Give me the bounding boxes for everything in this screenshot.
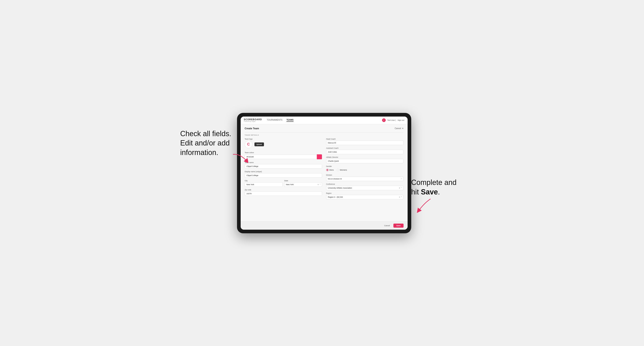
save-button[interactable]: Save: [394, 224, 403, 228]
cancel-button-footer[interactable]: Cancel: [382, 224, 392, 228]
page-header: Create Team Cancel ✕: [245, 127, 404, 130]
city-field: City: [245, 180, 282, 187]
conference-field: Conference University Athletic Associati…: [326, 183, 404, 190]
page-wrapper: Check all fields. Edit and/or add inform…: [180, 113, 464, 233]
conference-clear-icon[interactable]: ✕: [399, 187, 400, 189]
team-name-label: Team name: [245, 162, 322, 164]
athletic-director-input[interactable]: [326, 159, 404, 163]
team-logo-field: Team logo C Upload: [245, 138, 322, 150]
conference-select[interactable]: University Athletic Association: [326, 186, 404, 190]
annotation-right-bold: Save: [421, 188, 438, 196]
city-state-group: City State New York: [245, 180, 322, 187]
zip-label: Zip code: [245, 189, 322, 191]
state-clear-icon[interactable]: ✕: [318, 183, 319, 185]
assistant-coach-field: Assistant Coach: [326, 147, 404, 154]
radio-mens-dot: [326, 169, 328, 171]
region-clear-icon[interactable]: ✕: [399, 196, 400, 198]
brand-title: SCOREBOARD: [244, 118, 262, 121]
conference-select-wrapper: University Athletic Association ✕ ⌃: [326, 186, 404, 190]
radio-womens-dot: [337, 169, 339, 171]
color-input-row: [245, 154, 322, 160]
arrow-left-icon: [232, 152, 248, 165]
tablet-device: SCOREBOARD Powered by clippd TOURNAMENTS…: [237, 113, 411, 233]
gender-label: Gender: [326, 165, 404, 167]
team-name-field: Team name: [245, 162, 322, 169]
form-grid: Team logo C Upload Team colour: [245, 138, 404, 199]
tablet-screen: SCOREBOARD Powered by clippd TOURNAMENTS…: [241, 117, 408, 230]
annotation-line1: Check all fields.: [180, 130, 231, 138]
color-swatch[interactable]: [317, 154, 322, 160]
state-select-wrapper: New York ✕ ⌃: [284, 182, 322, 187]
radio-womens[interactable]: Womens: [337, 169, 347, 171]
conference-label: Conference: [326, 183, 404, 185]
division-select-wrapper: NCAA Division III ⌃: [326, 177, 404, 181]
radio-mens[interactable]: Mens: [326, 169, 334, 171]
brand-logo: SCOREBOARD Powered by clippd: [244, 118, 262, 122]
state-field: State New York ✕ ⌃: [284, 180, 322, 187]
city-input[interactable]: [245, 182, 282, 187]
assistant-coach-label: Assistant Coach: [326, 147, 404, 149]
region-select[interactable]: Region II - (M) DIII: [326, 195, 404, 199]
cancel-button-top[interactable]: Cancel ✕: [394, 127, 403, 130]
division-select[interactable]: NCAA Division III: [326, 177, 404, 181]
zip-field: Zip code: [245, 189, 322, 196]
nav-teams[interactable]: TEAMS: [286, 119, 294, 122]
team-colour-label: Team colour: [245, 152, 322, 154]
arrow-right-icon: [414, 197, 434, 213]
logo-circle: C: [245, 141, 252, 148]
form-left: Team logo C Upload Team colour: [245, 138, 322, 199]
user-avatar: T: [382, 118, 386, 122]
athletic-director-field: Athletic Director: [326, 156, 404, 163]
annotation-line2: Edit and/or add: [180, 139, 230, 147]
zip-input[interactable]: [245, 191, 322, 196]
display-name-field: Display name (unique): [245, 171, 322, 178]
athletic-director-label: Athletic Director: [326, 156, 404, 158]
annotation-left: Check all fields. Edit and/or add inform…: [180, 129, 233, 158]
city-state-row: City State New York: [245, 180, 322, 187]
display-name-input[interactable]: [245, 173, 322, 178]
section-label: TEAM DETAILS: [245, 132, 404, 136]
region-select-wrapper: Region II - (M) DIII ✕ ⌃: [326, 195, 404, 199]
city-label: City: [245, 180, 282, 182]
region-label: Region: [326, 192, 404, 194]
gender-radio-group: Mens Womens: [326, 168, 404, 172]
display-name-label: Display name (unique): [245, 171, 322, 173]
head-coach-field: Head Coach: [326, 138, 404, 145]
navbar: SCOREBOARD Powered by clippd TOURNAMENTS…: [241, 117, 408, 124]
head-coach-label: Head Coach: [326, 138, 404, 140]
state-select[interactable]: New York: [284, 182, 322, 187]
annotation-right: Complete and hit Save.: [411, 178, 464, 197]
assistant-coach-input[interactable]: [326, 150, 404, 154]
form-right: Head Coach Assistant Coach Athletic Dire…: [326, 138, 404, 199]
page-title: Create Team: [245, 127, 259, 130]
region-field: Region Region II - (M) DIII ✕ ⌃: [326, 192, 404, 199]
logo-area: C Upload: [245, 141, 322, 148]
state-label: State: [284, 180, 322, 182]
nav-tournaments[interactable]: TOURNAMENTS: [267, 119, 282, 122]
user-label: Test User |: [387, 119, 396, 121]
main-content: Create Team Cancel ✕ TEAM DETAILS Team l…: [241, 124, 408, 221]
team-colour-field: Team colour: [245, 152, 322, 160]
team-colour-input[interactable]: [245, 155, 317, 159]
nav-links: TOURNAMENTS TEAMS: [267, 119, 294, 122]
form-footer: Cancel Save: [241, 221, 408, 230]
sign-out-link[interactable]: Sign out: [398, 119, 404, 121]
division-field: Division NCAA Division III ⌃: [326, 174, 404, 181]
upload-button[interactable]: Upload: [254, 143, 264, 146]
annotation-right-period: .: [438, 188, 440, 196]
team-logo-label: Team logo: [245, 138, 322, 140]
annotation-line3: information.: [180, 148, 218, 157]
division-label: Division: [326, 174, 404, 176]
head-coach-input[interactable]: [326, 141, 404, 145]
nav-right: T Test User | Sign out: [382, 118, 404, 122]
team-name-input[interactable]: [245, 164, 322, 169]
gender-field: Gender Mens Womens: [326, 165, 404, 172]
brand-subtitle: Powered by clippd: [244, 121, 262, 122]
